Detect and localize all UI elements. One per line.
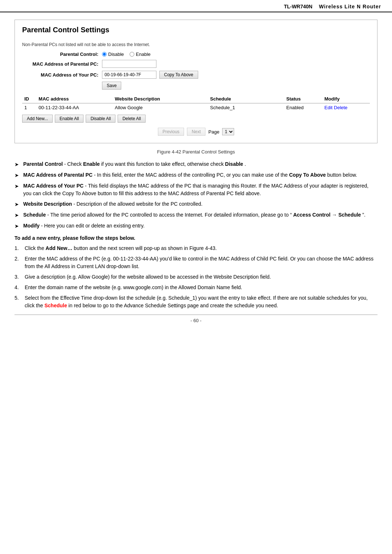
disable-label: Disable [108, 52, 124, 57]
row-schedule: Schedule_1 [208, 103, 284, 112]
action-row: Add New... Enable All Disable All Delete… [22, 115, 370, 123]
bullet-item-4: ➤ Website Description - Description of t… [15, 200, 377, 208]
parental-control-row: Parental Control: Disable Enable [22, 52, 370, 57]
num-marker-2: 2. [15, 255, 25, 263]
main-content: Parental Control Settings Non-Parental P… [0, 12, 392, 334]
bullet-label-6: Modify [23, 223, 40, 229]
settings-box: Parental Control Settings Non-Parental P… [15, 20, 377, 143]
disable-option[interactable]: Disable [102, 52, 124, 57]
row-status: Enabled [284, 103, 322, 112]
bullet-text-6: Modify - Here you can edit or delete an … [23, 222, 377, 230]
num-item-2: 2. Enter the MAC address of the PC (e.g.… [15, 255, 377, 270]
row-mac: 00-11-22-33-44-AA [36, 103, 113, 112]
enable-label: Enable [136, 52, 150, 57]
previous-button[interactable]: Previous [158, 128, 184, 136]
num-list: 1. Click the Add New… button and the nex… [15, 245, 377, 309]
page-footer: - 60 - [15, 316, 377, 327]
bullet-item-3: ➤ MAC Address of Your PC - This field di… [15, 182, 377, 197]
num-marker-4: 4. [15, 284, 25, 291]
num-item-3: 3. Give a description (e.g. Allow Google… [15, 273, 377, 281]
settings-title: Parental Control Settings [22, 26, 370, 36]
num-item-5: 5. Select from the Effective Time drop-d… [15, 294, 377, 309]
bullet-text-2: MAC Address of Parental PC - In this fie… [23, 171, 377, 179]
bullet-arrow-6: ➤ [15, 222, 23, 230]
figure-caption: Figure 4-42 Parental Control Settings [15, 149, 377, 155]
row-id: 1 [22, 103, 36, 112]
mac-your-value: Copy To Above [102, 71, 198, 79]
bullet-item-6: ➤ Modify - Here you can edit or delete a… [15, 222, 377, 230]
bullet-text-1: Parental Control - Check Enable if you w… [23, 160, 377, 168]
num-marker-1: 1. [15, 245, 25, 252]
header-bar: TL-WR740N Wireless Lite N Router [0, 0, 392, 12]
edit-link[interactable]: Edit [324, 105, 332, 110]
num-text-4: Enter the domain name of the website (e.… [25, 284, 377, 291]
bullet-arrow-3: ➤ [15, 182, 23, 190]
notice-text: Non-Parental PCs not listed will not be … [22, 42, 370, 47]
mac-your-input[interactable] [102, 71, 156, 79]
bullet-label-3: MAC Address of Your PC [23, 183, 83, 189]
disable-all-button[interactable]: Disable All [86, 115, 115, 123]
mac-parental-input[interactable] [102, 60, 156, 68]
col-id: ID [22, 95, 36, 103]
product-label: Wireless Lite N Router [319, 4, 381, 9]
delete-all-button[interactable]: Delete All [118, 115, 146, 123]
enable-all-button[interactable]: Enable All [55, 115, 83, 123]
pagination-row: Previous Next Page 1 [22, 128, 370, 136]
bullet-list: ➤ Parental Control - Check Enable if you… [15, 160, 377, 230]
bullet-item-2: ➤ MAC Address of Parental PC - In this f… [15, 171, 377, 179]
row-desc: Allow Google [113, 103, 208, 112]
mac-parental-row: MAC Address of Parental PC: [22, 60, 370, 68]
bullet-label-2: MAC Address of Parental PC [23, 172, 93, 178]
col-desc: Website Description [113, 95, 208, 103]
parental-table: ID MAC address Website Description Sched… [22, 95, 370, 112]
bullet-label-4: Website Description [23, 201, 72, 207]
bullet-text-3: MAC Address of Your PC - This field disp… [23, 182, 377, 197]
mac-your-label: MAC Address of Your PC: [22, 72, 102, 78]
next-button[interactable]: Next [187, 128, 205, 136]
bullet-label-1: Parental Control [23, 161, 63, 167]
mac-parental-label: MAC Address of Parental PC: [22, 61, 102, 67]
col-status: Status [284, 95, 322, 103]
table-header-row: ID MAC address Website Description Sched… [22, 95, 370, 103]
add-new-button[interactable]: Add New... [22, 115, 53, 123]
col-mac: MAC address [36, 95, 113, 103]
row-modify: Edit Delete [322, 103, 370, 112]
disable-radio[interactable] [102, 52, 107, 57]
num-marker-5: 5. [15, 294, 25, 302]
bullet-arrow-1: ➤ [15, 160, 23, 168]
num-text-2: Enter the MAC address of the PC (e.g. 00… [25, 255, 377, 270]
save-row: Save [102, 82, 370, 90]
col-modify: Modify [322, 95, 370, 103]
num-text-3: Give a description (e.g. Allow Google) f… [25, 273, 377, 281]
model-label: TL-WR740N [284, 4, 313, 9]
enable-option[interactable]: Enable [130, 52, 150, 57]
delete-link[interactable]: Delete [334, 105, 348, 110]
page-select[interactable]: 1 [222, 128, 234, 135]
num-text-1: Click the Add New… button and the next s… [25, 245, 377, 252]
bullet-item-1: ➤ Parental Control - Check Enable if you… [15, 160, 377, 168]
page-label: Page [208, 129, 219, 135]
enable-radio[interactable] [130, 52, 134, 57]
bullet-text-4: Website Description - Description of the… [23, 200, 377, 208]
copy-to-above-button[interactable]: Copy To Above [159, 71, 198, 79]
bullet-arrow-4: ➤ [15, 200, 23, 208]
num-heading: To add a new entry, please follow the st… [15, 235, 377, 241]
num-marker-3: 3. [15, 273, 25, 281]
parental-control-label: Parental Control: [22, 52, 102, 57]
mac-your-row: MAC Address of Your PC: Copy To Above [22, 71, 370, 79]
bullet-arrow-5: ➤ [15, 211, 23, 219]
num-item-1: 1. Click the Add New… button and the nex… [15, 245, 377, 252]
bullet-label-5: Schedule [23, 212, 46, 218]
bullet-text-5: Schedule - The time period allowed for t… [23, 211, 377, 219]
num-text-5: Select from the Effective Time drop-down… [25, 294, 377, 309]
col-schedule: Schedule [208, 95, 284, 103]
num-item-4: 4. Enter the domain name of the website … [15, 284, 377, 291]
bullet-arrow-2: ➤ [15, 171, 23, 179]
footer-divider [15, 315, 377, 315]
table-row: 1 00-11-22-33-44-AA Allow Google Schedul… [22, 103, 370, 112]
mac-parental-value [102, 60, 156, 68]
bullet-item-5: ➤ Schedule - The time period allowed for… [15, 211, 377, 219]
parental-control-options: Disable Enable [102, 52, 151, 57]
save-button[interactable]: Save [102, 82, 121, 90]
